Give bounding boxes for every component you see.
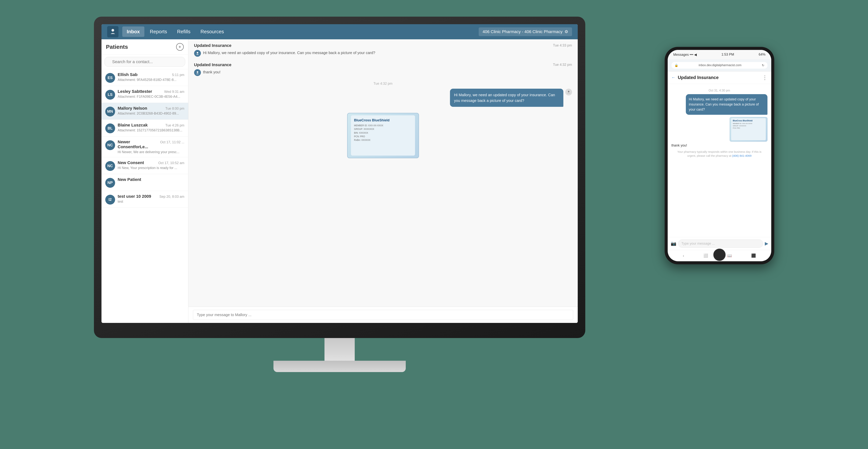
chat-messages: Updated Insurance Tue 4:33 pm xyxy=(188,39,578,307)
imac-screen-border: Inbox Reports Refills Resources 406 Clin… xyxy=(94,17,585,338)
imac-screen: Inbox Reports Refills Resources 406 Clin… xyxy=(101,24,578,323)
patient-preview: Attachment: 1527177056721B638S138B... xyxy=(118,128,184,132)
message-row: thank you! xyxy=(194,69,572,76)
svg-point-1 xyxy=(197,52,198,54)
message-group: Updated Insurance Tue 4:32 pm xyxy=(194,62,572,76)
iphone-input-placeholder: Type your message ... xyxy=(681,242,715,245)
home-button[interactable] xyxy=(713,249,725,261)
message-header: Updated Insurance Tue 4:32 pm xyxy=(194,62,572,67)
message-row: Hi Mallory, we need an updated copy of y… xyxy=(194,50,572,57)
patient-name: New Consent xyxy=(118,160,144,165)
patient-time: Tue 4:26 pm xyxy=(165,123,184,127)
tab-resources[interactable]: Resources xyxy=(196,27,228,37)
patient-info: New Consent Oct 17, 10:52 am Hi New, You… xyxy=(118,160,184,170)
insurance-card-image: BlueCross BlueShield MEMBER ID: XXX-XX-X… xyxy=(347,113,419,158)
message-subject: Updated Insurance xyxy=(194,62,231,67)
patient-list: ES Ellish Sab 5:11 pm Attachment: 9FA452… xyxy=(101,69,188,323)
outbound-bubble: Hi Mallory, we need an updated copy of y… xyxy=(450,89,563,107)
tab-refills[interactable]: Refills xyxy=(173,27,195,37)
iphone-chat-title: Updated Insurance xyxy=(678,75,762,80)
avatar: NP xyxy=(105,178,115,188)
message-time: Tue 4:32 pm xyxy=(553,63,572,67)
list-item[interactable]: NP New Patient xyxy=(101,174,188,191)
iphone-input-row: 📷 Type your message ... ▶ xyxy=(668,237,771,250)
list-item[interactable]: NC Newer ConsentforLe... Oct 17, 11:02 .… xyxy=(101,137,188,157)
patient-name: Newer ConsentforLe... xyxy=(118,140,159,149)
message-subject: Updated Insurance xyxy=(194,43,231,48)
tab-reports[interactable]: Reports xyxy=(145,27,172,37)
bookmarks-icon[interactable]: 📖 xyxy=(727,253,732,258)
message-text: Hi Mallory, we need an updated copy of y… xyxy=(203,50,375,56)
patient-preview: Attachment: 9FA45258-818D-478E-8... xyxy=(118,78,184,82)
sidebar: Patients + 🔍 ES xyxy=(101,39,188,323)
settings-icon[interactable]: ⚙ xyxy=(564,29,568,34)
patient-preview: Hi Newer, We are delivering your presc..… xyxy=(118,150,184,154)
patient-info: New Patient xyxy=(118,177,184,182)
patient-name: New Patient xyxy=(118,177,142,182)
back-nav-icon[interactable]: ‹ xyxy=(683,253,684,258)
patient-preview: Attachment: 2C0B3268-B43D-4902-89... xyxy=(118,112,184,116)
tab-inbox[interactable]: Inbox xyxy=(122,27,144,37)
list-item[interactable]: BL Blaine Luszcak Tue 4:26 pm Attachment… xyxy=(101,120,188,137)
list-item[interactable]: I2 test user 10 2009 Sep 20, 8:03 am tes… xyxy=(101,191,188,208)
patient-time: Sep 20, 8:03 am xyxy=(159,195,184,199)
more-options-button[interactable]: ⋮ xyxy=(762,74,768,81)
patient-name: test user 10 2009 xyxy=(118,194,151,199)
iphone-phone-link[interactable]: (406) 841-4069 xyxy=(732,154,752,157)
patient-time: Tue 8:00 pm xyxy=(165,107,184,111)
list-item[interactable]: LS Lesley Sabttester Wed 9:31 am Attachm… xyxy=(101,86,188,103)
share-icon[interactable]: ⬜ xyxy=(703,253,708,258)
avatar: ES xyxy=(105,73,115,83)
patient-name: Blaine Luszcak xyxy=(118,123,148,128)
message-header: Updated Insurance Tue 4:33 pm xyxy=(194,43,572,48)
url-bar[interactable]: 🔒 inbox.dev.digitalpharmacist.com ↻ xyxy=(672,62,768,69)
pharmacy-name-label: 406 Clinic Pharmacy - 406 Clinic Pharmac… xyxy=(483,29,562,34)
list-item[interactable]: NC New Consent Oct 17, 10:52 am Hi New, … xyxy=(101,157,188,174)
battery-label: 64% xyxy=(758,53,765,57)
sidebar-title: Patients xyxy=(106,44,128,50)
patient-name: Lesley Sabttester xyxy=(118,89,152,94)
back-button[interactable]: ← xyxy=(672,75,676,80)
outbound-sender-icon xyxy=(565,89,572,95)
insurance-logo: BlueCross BlueShield xyxy=(354,118,412,122)
camera-icon[interactable]: 📷 xyxy=(671,241,676,246)
iphone-outbound-text: Hi Mallory, we need an updated copy of y… xyxy=(689,97,759,111)
iphone-footer-note: Your pharmacy typically responds within … xyxy=(672,150,768,159)
iphone-insurance-details: MEMBER ID: XXX-XX-XXXX GROUP: XXXXXXX PC… xyxy=(733,122,764,129)
insurance-details: MEMBER ID: XXX-XX-XXXX GROUP: XXXXXXX BI… xyxy=(354,124,412,142)
patient-time: Oct 17, 10:52 am xyxy=(158,161,184,165)
iphone-device: Messages ••• ◀ 1:53 PM 64% 🔒 inbox.dev.d… xyxy=(665,47,774,264)
avatar: NC xyxy=(105,161,115,171)
carrier-label: Messages ••• ◀ xyxy=(673,53,697,57)
send-button[interactable]: ▶ xyxy=(765,241,768,246)
add-patient-button[interactable]: + xyxy=(176,43,184,51)
url-text: inbox.dev.digitalpharmacist.com xyxy=(699,63,741,67)
svg-point-2 xyxy=(197,71,198,73)
chat-area: Updated Insurance Tue 4:33 pm xyxy=(188,39,578,323)
iphone-chat-input[interactable]: Type your message ... xyxy=(678,240,763,248)
iphone-inbound-text: thank you! xyxy=(672,144,768,147)
avatar: LS xyxy=(105,90,115,100)
patient-preview: Attachment: F1FA09EC-0C3B-4E56-A4... xyxy=(118,95,184,99)
list-item[interactable]: MN Mallory Nelson Tue 8:00 pm Attachment… xyxy=(101,103,188,120)
avatar: I2 xyxy=(105,195,115,205)
tabs-icon[interactable]: ⬛ xyxy=(751,253,756,258)
iphone-screen: Messages ••• ◀ 1:53 PM 64% 🔒 inbox.dev.d… xyxy=(668,50,771,261)
chat-input[interactable] xyxy=(193,310,573,320)
sender-icon xyxy=(194,50,201,57)
lock-icon: 🔒 xyxy=(675,63,678,67)
patient-info: test user 10 2009 Sep 20, 8:03 am test xyxy=(118,194,184,204)
timestamp-divider: Tue 4:32 pm xyxy=(194,82,572,86)
imac-neck xyxy=(324,338,355,361)
imac-device: Inbox Reports Refills Resources 406 Clin… xyxy=(75,17,604,432)
iphone-nav-bar: 🔒 inbox.dev.digitalpharmacist.com ↻ xyxy=(668,59,771,71)
message-group: Updated Insurance Tue 4:33 pm xyxy=(194,43,572,57)
patient-info: Ellish Sab 5:11 pm Attachment: 9FA45258-… xyxy=(118,72,184,82)
iphone-timestamp: Oct 31, 4:30 pm xyxy=(672,89,768,92)
sidebar-header: Patients + xyxy=(101,39,188,55)
search-wrapper: 🔍 xyxy=(104,57,185,67)
list-item[interactable]: ES Ellish Sab 5:11 pm Attachment: 9FA452… xyxy=(101,69,188,86)
search-input[interactable] xyxy=(104,57,185,67)
iphone-insurance-logo: BlueCross BlueShield xyxy=(733,120,764,122)
outbound-message-row: Hi Mallory, we need an updated copy of y… xyxy=(194,89,572,107)
